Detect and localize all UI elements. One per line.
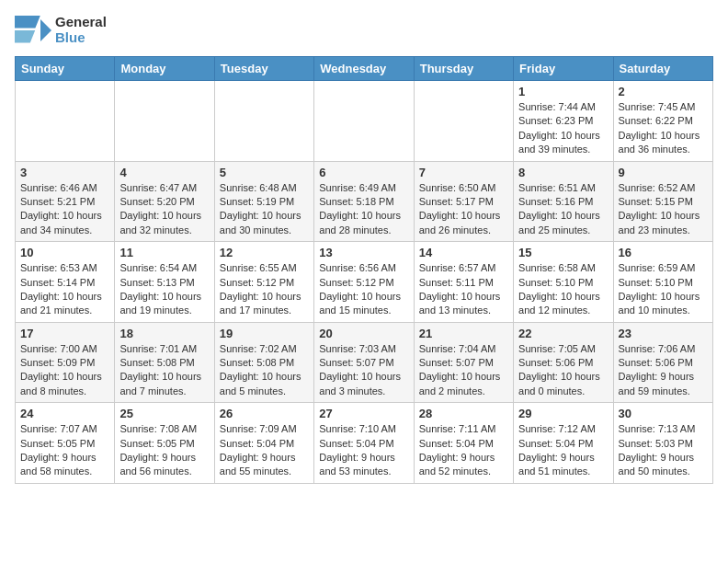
page-header: General Blue	[15, 15, 713, 45]
day-info: Sunrise: 6:46 AM Sunset: 5:21 PM Dayligh…	[20, 181, 109, 238]
calendar-cell: 24Sunrise: 7:07 AM Sunset: 5:05 PM Dayli…	[16, 403, 115, 484]
day-info: Sunrise: 6:52 AM Sunset: 5:15 PM Dayligh…	[619, 181, 708, 238]
day-number: 23	[619, 327, 708, 340]
day-number: 25	[119, 407, 209, 420]
day-number: 22	[518, 327, 608, 340]
day-info: Sunrise: 7:06 AM Sunset: 5:06 PM Dayligh…	[619, 342, 708, 399]
day-number: 15	[518, 246, 608, 259]
day-number: 10	[20, 246, 109, 259]
day-number: 30	[619, 407, 708, 420]
day-info: Sunrise: 6:59 AM Sunset: 5:10 PM Dayligh…	[619, 261, 708, 318]
weekday-header-monday: Monday	[115, 57, 214, 81]
day-number: 2	[619, 85, 708, 98]
day-number: 29	[518, 407, 608, 420]
calendar-cell: 12Sunrise: 6:55 AM Sunset: 5:12 PM Dayli…	[214, 242, 313, 323]
day-info: Sunrise: 7:03 AM Sunset: 5:07 PM Dayligh…	[319, 342, 408, 399]
calendar-cell: 18Sunrise: 7:01 AM Sunset: 5:08 PM Dayli…	[115, 322, 214, 403]
day-number: 11	[119, 246, 209, 259]
calendar-cell: 16Sunrise: 6:59 AM Sunset: 5:10 PM Dayli…	[613, 242, 712, 323]
calendar-cell: 9Sunrise: 6:52 AM Sunset: 5:15 PM Daylig…	[613, 161, 712, 242]
calendar-cell	[115, 81, 214, 162]
calendar-cell	[16, 81, 115, 162]
weekday-header-friday: Friday	[514, 57, 613, 81]
calendar-cell: 11Sunrise: 6:54 AM Sunset: 5:13 PM Dayli…	[115, 242, 214, 323]
day-info: Sunrise: 7:08 AM Sunset: 5:05 PM Dayligh…	[119, 422, 209, 479]
day-info: Sunrise: 7:12 AM Sunset: 5:04 PM Dayligh…	[518, 422, 608, 479]
day-info: Sunrise: 6:53 AM Sunset: 5:14 PM Dayligh…	[20, 261, 109, 318]
day-number: 28	[419, 407, 508, 420]
calendar-cell: 1Sunrise: 7:44 AM Sunset: 6:23 PM Daylig…	[514, 81, 613, 162]
day-number: 19	[220, 327, 309, 340]
calendar-cell: 17Sunrise: 7:00 AM Sunset: 5:09 PM Dayli…	[16, 322, 115, 403]
day-number: 13	[319, 246, 408, 259]
day-info: Sunrise: 6:58 AM Sunset: 5:10 PM Dayligh…	[518, 261, 608, 318]
weekday-header-row: SundayMondayTuesdayWednesdayThursdayFrid…	[16, 57, 713, 81]
day-info: Sunrise: 6:54 AM Sunset: 5:13 PM Dayligh…	[119, 261, 209, 318]
calendar-cell: 14Sunrise: 6:57 AM Sunset: 5:11 PM Dayli…	[414, 242, 513, 323]
day-info: Sunrise: 6:55 AM Sunset: 5:12 PM Dayligh…	[220, 261, 309, 318]
calendar-cell	[314, 81, 414, 162]
calendar-cell: 26Sunrise: 7:09 AM Sunset: 5:04 PM Dayli…	[214, 403, 313, 484]
day-number: 9	[619, 166, 708, 179]
calendar-cell: 7Sunrise: 6:50 AM Sunset: 5:17 PM Daylig…	[414, 161, 513, 242]
weekday-header-thursday: Thursday	[414, 57, 513, 81]
day-info: Sunrise: 7:11 AM Sunset: 5:04 PM Dayligh…	[419, 422, 508, 479]
calendar-cell: 5Sunrise: 6:48 AM Sunset: 5:19 PM Daylig…	[214, 161, 313, 242]
day-number: 17	[20, 327, 109, 340]
calendar-cell: 30Sunrise: 7:13 AM Sunset: 5:03 PM Dayli…	[613, 403, 712, 484]
day-number: 20	[319, 327, 408, 340]
calendar-cell: 6Sunrise: 6:49 AM Sunset: 5:18 PM Daylig…	[314, 161, 414, 242]
day-info: Sunrise: 6:47 AM Sunset: 5:20 PM Dayligh…	[119, 181, 209, 238]
day-number: 26	[220, 407, 309, 420]
calendar-week-5: 24Sunrise: 7:07 AM Sunset: 5:05 PM Dayli…	[16, 403, 713, 484]
day-info: Sunrise: 7:00 AM Sunset: 5:09 PM Dayligh…	[20, 342, 109, 399]
calendar-cell: 10Sunrise: 6:53 AM Sunset: 5:14 PM Dayli…	[16, 242, 115, 323]
logo: General Blue	[15, 15, 107, 45]
calendar-week-4: 17Sunrise: 7:00 AM Sunset: 5:09 PM Dayli…	[16, 322, 713, 403]
day-number: 4	[119, 166, 209, 179]
day-info: Sunrise: 7:10 AM Sunset: 5:04 PM Dayligh…	[319, 422, 408, 479]
day-number: 21	[419, 327, 508, 340]
weekday-header-saturday: Saturday	[613, 57, 712, 81]
calendar-body: 1Sunrise: 7:44 AM Sunset: 6:23 PM Daylig…	[16, 81, 713, 484]
calendar-cell: 4Sunrise: 6:47 AM Sunset: 5:20 PM Daylig…	[115, 161, 214, 242]
calendar-cell	[214, 81, 313, 162]
weekday-header-sunday: Sunday	[16, 57, 115, 81]
day-info: Sunrise: 6:56 AM Sunset: 5:12 PM Dayligh…	[319, 261, 408, 318]
calendar-cell: 28Sunrise: 7:11 AM Sunset: 5:04 PM Dayli…	[414, 403, 513, 484]
calendar-cell: 13Sunrise: 6:56 AM Sunset: 5:12 PM Dayli…	[314, 242, 414, 323]
day-number: 7	[419, 166, 508, 179]
day-info: Sunrise: 6:50 AM Sunset: 5:17 PM Dayligh…	[419, 181, 508, 238]
calendar-cell: 22Sunrise: 7:05 AM Sunset: 5:06 PM Dayli…	[514, 322, 613, 403]
calendar-cell: 15Sunrise: 6:58 AM Sunset: 5:10 PM Dayli…	[514, 242, 613, 323]
day-number: 16	[619, 246, 708, 259]
calendar-table: SundayMondayTuesdayWednesdayThursdayFrid…	[15, 56, 713, 484]
calendar-week-2: 3Sunrise: 6:46 AM Sunset: 5:21 PM Daylig…	[16, 161, 713, 242]
weekday-header-wednesday: Wednesday	[314, 57, 414, 81]
day-number: 5	[220, 166, 309, 179]
calendar-cell: 27Sunrise: 7:10 AM Sunset: 5:04 PM Dayli…	[314, 403, 414, 484]
calendar-cell: 2Sunrise: 7:45 AM Sunset: 6:22 PM Daylig…	[613, 81, 712, 162]
day-info: Sunrise: 7:02 AM Sunset: 5:08 PM Dayligh…	[220, 342, 309, 399]
day-number: 3	[20, 166, 109, 179]
day-number: 1	[518, 85, 608, 98]
day-info: Sunrise: 6:48 AM Sunset: 5:19 PM Dayligh…	[220, 181, 309, 238]
day-info: Sunrise: 6:51 AM Sunset: 5:16 PM Dayligh…	[518, 181, 608, 238]
day-info: Sunrise: 7:13 AM Sunset: 5:03 PM Dayligh…	[619, 422, 708, 479]
calendar-week-1: 1Sunrise: 7:44 AM Sunset: 6:23 PM Daylig…	[16, 81, 713, 162]
calendar-cell: 23Sunrise: 7:06 AM Sunset: 5:06 PM Dayli…	[613, 322, 712, 403]
day-info: Sunrise: 7:01 AM Sunset: 5:08 PM Dayligh…	[119, 342, 209, 399]
day-number: 24	[20, 407, 109, 420]
day-number: 12	[220, 246, 309, 259]
calendar-week-3: 10Sunrise: 6:53 AM Sunset: 5:14 PM Dayli…	[16, 242, 713, 323]
day-number: 14	[419, 246, 508, 259]
day-info: Sunrise: 7:05 AM Sunset: 5:06 PM Dayligh…	[518, 342, 608, 399]
calendar-cell	[414, 81, 513, 162]
calendar-cell: 19Sunrise: 7:02 AM Sunset: 5:08 PM Dayli…	[214, 322, 313, 403]
day-info: Sunrise: 7:45 AM Sunset: 6:22 PM Dayligh…	[619, 100, 708, 157]
calendar-cell: 29Sunrise: 7:12 AM Sunset: 5:04 PM Dayli…	[514, 403, 613, 484]
day-info: Sunrise: 6:57 AM Sunset: 5:11 PM Dayligh…	[419, 261, 508, 318]
day-info: Sunrise: 6:49 AM Sunset: 5:18 PM Dayligh…	[319, 181, 408, 238]
day-number: 8	[518, 166, 608, 179]
day-info: Sunrise: 7:09 AM Sunset: 5:04 PM Dayligh…	[220, 422, 309, 479]
